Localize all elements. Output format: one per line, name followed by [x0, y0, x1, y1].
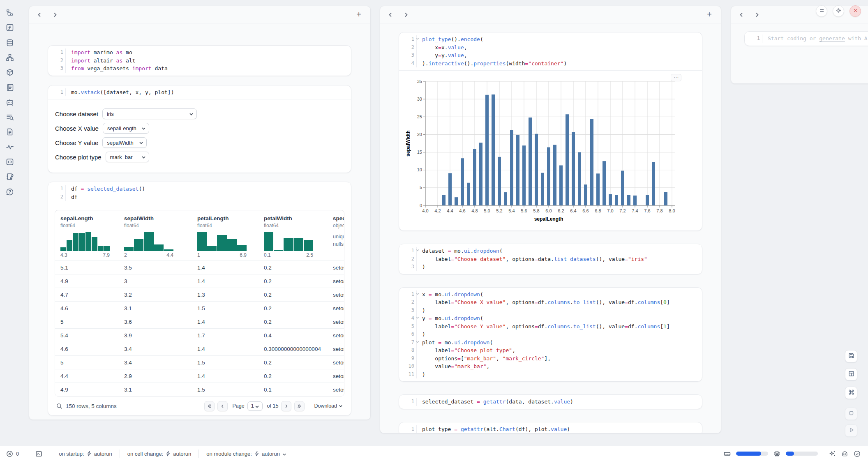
bot-icon[interactable] [841, 450, 848, 457]
search-icon[interactable] [56, 403, 62, 409]
page-select[interactable]: 1 [247, 401, 263, 411]
fold-chevron-icon[interactable] [416, 340, 419, 343]
shutdown-button[interactable] [850, 5, 861, 17]
fold-chevron-icon[interactable] [416, 249, 419, 252]
column-header[interactable]: sepalWidthfloat6424.4 [119, 214, 192, 258]
dropdown-select[interactable]: sepalLength [103, 123, 149, 134]
autorun-config[interactable]: on cell change:autorun [120, 451, 199, 457]
activity-icon[interactable] [6, 143, 14, 151]
table-row[interactable]: 5.13.51.40.2setosa [55, 260, 344, 274]
expand-right-icon[interactable] [403, 12, 409, 18]
collapse-left-icon[interactable] [739, 12, 744, 18]
database-icon[interactable] [6, 39, 14, 47]
layout-button[interactable] [845, 368, 857, 380]
file-tree-icon[interactable] [6, 9, 14, 17]
code-line[interactable]: 1df = selected_dataset() [48, 185, 351, 193]
code-line[interactable]: 11) [399, 371, 702, 379]
package-icon[interactable] [6, 68, 14, 76]
code-cell[interactable]: 1selected_dataset = getattr(data, datase… [399, 394, 702, 409]
cell-chart[interactable]: 1plot_type().encode(2 x=x.value,3 y=y.va… [399, 32, 702, 231]
code-placeholder[interactable]: Start coding or generate with AI [762, 35, 868, 43]
column-histogram[interactable] [60, 232, 110, 251]
cell-imports[interactable]: 1import marimo as mo2import altair as al… [48, 45, 351, 76]
expand-right-icon[interactable] [754, 12, 760, 18]
code-line[interactable]: 1x = mo.ui.dropdown( [399, 290, 702, 299]
dropdown-select[interactable]: iris [102, 108, 197, 119]
code-line[interactable]: 10 value="mark_bar", [399, 362, 702, 371]
autorun-config[interactable]: on startup:autorun [51, 451, 120, 457]
code-line[interactable]: 3from vega_datasets import data [48, 65, 351, 73]
table-row[interactable]: 4.63.11.50.2setosa [55, 301, 344, 315]
document-icon[interactable] [6, 128, 14, 136]
column-histogram[interactable] [124, 232, 173, 251]
code-cell[interactable]: 1dataset = mo.ui.dropdown(2 label="Choos… [399, 244, 702, 274]
column-header[interactable]: sepalLengthfloat644.37.9 [55, 214, 119, 258]
code-line[interactable]: 3) [399, 263, 702, 271]
code-line[interactable]: 1plot_type = getattr(alt.Chart(df), plot… [399, 425, 702, 433]
function-icon[interactable] [6, 23, 14, 32]
bar-chart[interactable]: 051015202530354.04.24.44.64.85.05.25.45.… [399, 77, 702, 225]
keyboard-shortcuts-button[interactable] [845, 387, 857, 399]
errors-icon[interactable] [6, 450, 13, 457]
generate-link[interactable]: generate [819, 35, 845, 41]
first-page-button[interactable] [204, 401, 215, 411]
code-line[interactable]: 6) [399, 330, 702, 339]
column-histogram[interactable] [197, 232, 247, 251]
code-line[interactable]: 2df [48, 193, 351, 201]
script-icon[interactable] [6, 83, 14, 92]
code-line[interactable]: 2 label="Choose X value", options=df.col… [399, 298, 702, 307]
table-row[interactable]: 4.42.91.40.2setosa [55, 369, 344, 383]
add-cell-button[interactable]: + [355, 11, 363, 19]
code-line[interactable]: 4).interactive().properties(width="conta… [399, 60, 702, 68]
fold-chevron-icon[interactable] [416, 37, 419, 40]
column-header[interactable]: petalWidthfloat640.12.5 [259, 214, 328, 258]
notebook-icon[interactable] [6, 173, 14, 181]
autorun-config[interactable]: on module change:autorun [199, 451, 294, 457]
table-row[interactable]: 4.931.40.2setosa [55, 274, 344, 288]
code-line[interactable]: 1selected_dataset = getattr(data, datase… [399, 398, 702, 406]
org-chart-icon[interactable] [6, 53, 14, 62]
code-line[interactable]: 2 x=x.value, [399, 44, 702, 52]
code-line[interactable]: 7plot = mo.ui.dropdown( [399, 339, 702, 347]
stop-button[interactable] [845, 408, 857, 420]
dropdown-select[interactable]: sepalWidth [102, 137, 147, 148]
column-histogram[interactable] [264, 232, 313, 251]
download-button[interactable]: Download [314, 403, 343, 409]
code-cell[interactable]: 1x = mo.ui.dropdown(2 label="Choose X va… [399, 287, 702, 382]
dropdown-select[interactable]: mark_bar [106, 152, 149, 162]
code-line[interactable]: 4y = mo.ui.dropdown( [399, 314, 702, 323]
expand-right-icon[interactable] [52, 12, 58, 18]
last-page-button[interactable] [294, 401, 305, 411]
table-row[interactable]: 4.93.11.50.1setosa [55, 383, 344, 396]
prev-page-button[interactable] [217, 401, 228, 411]
table-row[interactable]: 53.41.50.2setosa [55, 355, 344, 369]
connected-check-icon[interactable] [854, 450, 861, 457]
chatbot-icon[interactable] [6, 98, 14, 106]
ai-sparkle-icon[interactable] [829, 450, 836, 457]
table-row[interactable]: 4.63.41.40.30000000000000004setosa [55, 342, 344, 355]
column-header[interactable]: petalLengthfloat6416.9 [192, 214, 259, 258]
collapse-left-icon[interactable] [388, 12, 393, 18]
fold-chevron-icon[interactable] [416, 292, 419, 295]
chart-menu-button[interactable]: ⋯ [671, 74, 681, 81]
code-line[interactable]: 3) [399, 307, 702, 315]
run-button[interactable] [845, 424, 857, 437]
code-line[interactable]: 1import marimo as mo [48, 48, 351, 57]
code-line[interactable]: 9 options=["mark_bar", "mark_circle"], [399, 355, 702, 363]
code-line[interactable]: 1dataset = mo.ui.dropdown( [399, 247, 702, 255]
cell-dataframe[interactable]: 1df = selected_dataset()2df sepalLengthf… [48, 182, 351, 416]
cell-vstack[interactable]: 1mo.vstack([dataset, x, y, plot]) Choose… [48, 85, 351, 173]
fold-chevron-icon[interactable] [416, 316, 419, 319]
code-line[interactable]: 3 y=y.value, [399, 51, 702, 60]
code-snippet-icon[interactable] [6, 158, 14, 166]
code-line[interactable]: 2import altair as alt [48, 57, 351, 65]
save-button[interactable] [845, 350, 857, 362]
collapse-left-icon[interactable] [37, 12, 42, 18]
terminal-icon[interactable] [35, 450, 42, 457]
code-line[interactable]: 2 label="Choose dataset", options=data.l… [399, 255, 702, 263]
add-cell-button[interactable]: + [705, 11, 713, 19]
table-row[interactable]: 5.43.91.70.4setosa [55, 328, 344, 342]
menu-button[interactable] [816, 5, 827, 17]
code-cell[interactable]: 1plot_type = getattr(alt.Chart(df), plot… [399, 422, 702, 434]
settings-button[interactable] [833, 5, 844, 17]
